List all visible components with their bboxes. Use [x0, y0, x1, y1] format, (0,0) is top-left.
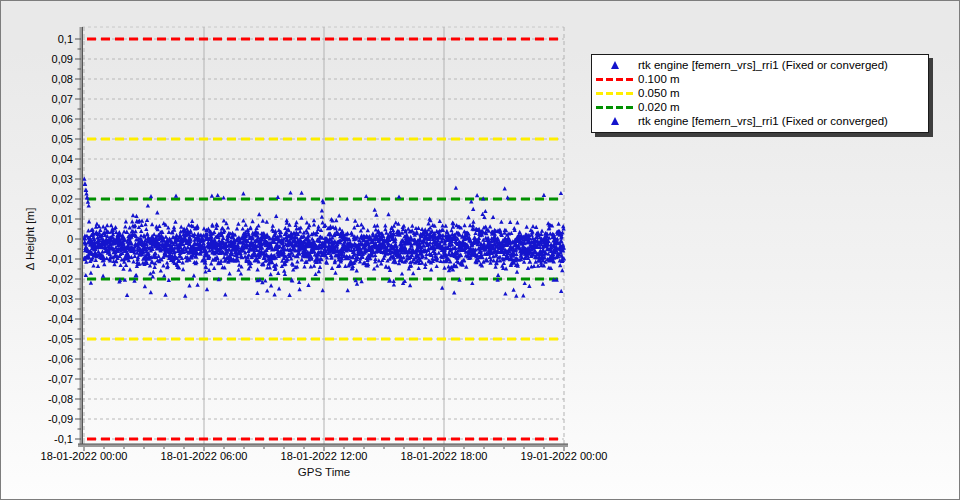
svg-text:18-01-2022 12:00: 18-01-2022 12:00: [281, 450, 368, 462]
svg-text:-0,04: -0,04: [48, 313, 73, 325]
legend-marker-swatch: [592, 61, 638, 69]
legend-label: 0.050 m: [638, 87, 680, 99]
svg-text:0,07: 0,07: [52, 93, 73, 105]
legend-label: 0.100 m: [638, 73, 680, 85]
legend-label: 0.020 m: [638, 101, 680, 113]
legend: rtk engine [femern_vrs]_rri1 (Fixed or c…: [591, 54, 929, 133]
legend-label: rtk engine [femern_vrs]_rri1 (Fixed or c…: [638, 59, 888, 71]
x-axis-title: GPS Time: [298, 466, 350, 478]
svg-text:-0,03: -0,03: [48, 293, 73, 305]
legend-label: rtk engine [femern_vrs]_rri1 (Fixed or c…: [638, 115, 888, 127]
legend-entry: rtk engine [femern_vrs]_rri1 (Fixed or c…: [592, 58, 928, 72]
legend-entry: rtk engine [femern_vrs]_rri1 (Fixed or c…: [592, 114, 928, 128]
svg-text:-0,05: -0,05: [48, 333, 73, 345]
legend-entry: 0.020 m: [592, 100, 928, 114]
dashed-line-icon: [596, 106, 634, 109]
svg-text:19-01-2022 00:00: 19-01-2022 00:00: [521, 450, 608, 462]
chart-window: 0,10,090,080,070,060,050,040,030,020,010…: [0, 0, 960, 500]
svg-text:0,09: 0,09: [52, 53, 73, 65]
legend-entry: 0.050 m: [592, 86, 928, 100]
svg-text:-0,01: -0,01: [48, 253, 73, 265]
legend-marker-swatch: [592, 117, 638, 125]
legend-entry: 0.100 m: [592, 72, 928, 86]
triangle-marker-icon: [611, 117, 619, 125]
svg-text:0,02: 0,02: [52, 193, 73, 205]
svg-text:0,04: 0,04: [52, 153, 73, 165]
svg-text:18-01-2022 06:00: 18-01-2022 06:00: [161, 450, 248, 462]
svg-text:-0,07: -0,07: [48, 373, 73, 385]
svg-text:0,08: 0,08: [52, 73, 73, 85]
svg-text:-0,08: -0,08: [48, 393, 73, 405]
svg-text:0,01: 0,01: [52, 213, 73, 225]
svg-text:0: 0: [67, 233, 73, 245]
svg-text:-0,1: -0,1: [54, 433, 73, 445]
dashed-line-icon: [596, 92, 634, 95]
triangle-marker-icon: [611, 61, 619, 69]
svg-text:-0,09: -0,09: [48, 413, 73, 425]
svg-text:18-01-2022 00:00: 18-01-2022 00:00: [41, 450, 128, 462]
legend-dash-swatch: [592, 106, 638, 109]
svg-text:0,05: 0,05: [52, 133, 73, 145]
legend-dash-swatch: [592, 92, 638, 95]
svg-text:0,06: 0,06: [52, 113, 73, 125]
legend-dash-swatch: [592, 78, 638, 81]
svg-text:18-01-2022 18:00: 18-01-2022 18:00: [401, 450, 488, 462]
svg-text:0,1: 0,1: [58, 33, 73, 45]
svg-text:-0,02: -0,02: [48, 273, 73, 285]
svg-text:-0,06: -0,06: [48, 353, 73, 365]
dashed-line-icon: [596, 78, 634, 81]
y-axis-title: Δ Height [m]: [24, 208, 36, 271]
svg-text:0,03: 0,03: [52, 173, 73, 185]
